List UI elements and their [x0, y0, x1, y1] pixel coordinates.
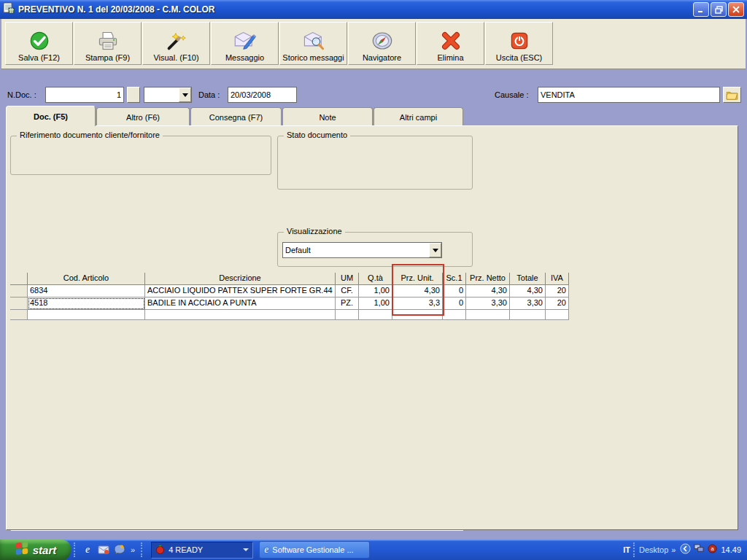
- network-tray-icon[interactable]: [694, 543, 705, 556]
- data-input[interactable]: [228, 87, 297, 103]
- quicklaunch-overflow-chevron[interactable]: »: [131, 545, 135, 554]
- empty-cell[interactable]: [336, 310, 359, 320]
- empty-cell[interactable]: [145, 310, 336, 320]
- storico-messaggi-button[interactable]: Storico messaggi: [279, 22, 347, 65]
- col-header[interactable]: IVA: [546, 273, 569, 285]
- taskbar: start e » 4 READY e Software Gestionale …: [0, 540, 747, 560]
- cell-sc1[interactable]: 0: [443, 298, 466, 310]
- chevron-down-icon[interactable]: [429, 243, 441, 257]
- software-gestionale-task-button[interactable]: e Software Gestionale ...: [259, 541, 370, 559]
- col-header[interactable]: Prz. Netto: [466, 273, 510, 285]
- col-header[interactable]: UM: [336, 273, 359, 285]
- tab-altri-campi[interactable]: Altri campi: [374, 107, 463, 126]
- chevron-down-icon[interactable]: [243, 548, 249, 551]
- stampa-button[interactable]: Stampa (F9): [74, 22, 142, 65]
- hide-tray-icons-button[interactable]: [680, 543, 691, 557]
- language-indicator[interactable]: IT: [623, 545, 630, 554]
- desktop-toolbar-label[interactable]: Desktop: [639, 545, 668, 554]
- cell-przonetto[interactable]: 3,30: [466, 298, 510, 310]
- cell-iva[interactable]: 20: [546, 298, 569, 310]
- taskbar-separator: [74, 542, 77, 557]
- messaggio-button[interactable]: Messaggio: [211, 22, 279, 65]
- taskbar-separator: [633, 542, 636, 557]
- app-icon: [3, 2, 15, 17]
- causale-label: Causale :: [495, 90, 528, 99]
- power-icon: [510, 28, 529, 53]
- restore-button[interactable]: [711, 2, 727, 17]
- desktop-overflow-chevron[interactable]: »: [671, 545, 676, 554]
- tab-doc[interactable]: Doc. (F5): [6, 106, 96, 126]
- cell-um[interactable]: PZ.: [336, 298, 359, 310]
- ready-app-taskbar-item[interactable]: 4 READY: [151, 542, 253, 559]
- desktop-screen: PREVENTIVO N. 1 del 20/03/2008 - C.M. CO…: [0, 0, 747, 560]
- empty-cell[interactable]: [443, 310, 466, 320]
- articles-table: Cod. Articolo Descrizione UM Q.tà Prz. U…: [10, 273, 569, 320]
- row-selector[interactable]: [10, 285, 28, 298]
- stato-group-title: Stato documento: [284, 131, 350, 139]
- folder-icon: [726, 90, 738, 100]
- empty-cell[interactable]: [28, 310, 145, 320]
- row-selector[interactable]: [10, 310, 28, 320]
- cell-qta[interactable]: 1,00: [359, 285, 392, 298]
- cell-totale[interactable]: 3,30: [510, 298, 546, 310]
- chevron-down-icon[interactable]: [179, 88, 191, 102]
- empty-cell[interactable]: [359, 310, 392, 320]
- cell-qta[interactable]: 1,00: [359, 298, 392, 310]
- ndoc-input[interactable]: [45, 87, 124, 103]
- clock[interactable]: 14.49: [721, 545, 741, 554]
- uscita-button[interactable]: Uscita (ESC): [485, 22, 553, 65]
- mail-quicklaunch-icon[interactable]: [97, 543, 110, 556]
- riferimento-group-title: Riferimento documento cliente/fornitore: [17, 131, 163, 139]
- save-check-icon: [29, 28, 50, 53]
- messenger-quicklaunch-icon[interactable]: [113, 543, 126, 556]
- ie-quicklaunch-icon[interactable]: e: [81, 543, 94, 556]
- cell-sc1[interactable]: 0: [443, 285, 466, 298]
- col-header[interactable]: Totale: [510, 273, 546, 285]
- cell-przonetto[interactable]: 4,30: [466, 285, 510, 298]
- magic-wand-icon: [166, 28, 187, 53]
- antivirus-tray-icon[interactable]: a: [708, 543, 717, 556]
- ndoc-label: N.Doc. :: [7, 90, 36, 99]
- taskbar-separator: [141, 542, 144, 557]
- main-toolbar: Salva (F12) Stampa (F9) Visual. (F10) Me…: [1, 19, 746, 69]
- visual-button[interactable]: Visual. (F10): [142, 22, 210, 65]
- visualizzazione-select[interactable]: Default: [282, 242, 442, 258]
- riferimento-group: Riferimento documento cliente/fornitore: [10, 136, 271, 175]
- cell-cod[interactable]: 6834: [28, 285, 145, 298]
- cell-um[interactable]: CF.: [336, 285, 359, 298]
- printer-icon: [97, 28, 119, 53]
- start-button[interactable]: start: [0, 540, 71, 560]
- stato-group: Stato documento: [277, 136, 473, 190]
- col-header[interactable]: Cod. Articolo: [28, 273, 145, 285]
- cell-iva[interactable]: 20: [546, 285, 569, 298]
- elimina-button[interactable]: Elimina: [417, 22, 484, 65]
- cell-descr[interactable]: ACCIAIO LIQUIDO PATTEX SUPER FORTE GR.44: [145, 285, 336, 298]
- row-selector[interactable]: [10, 298, 28, 310]
- ndoc-small-button[interactable]: [127, 87, 140, 103]
- salva-button[interactable]: Salva (F12): [5, 22, 73, 65]
- close-button[interactable]: [728, 2, 744, 17]
- cell-totale[interactable]: 4,30: [510, 285, 546, 298]
- navigatore-button[interactable]: Navigatore: [348, 22, 416, 65]
- causale-folder-button[interactable]: [723, 87, 741, 103]
- col-header[interactable]: Sc.1: [443, 273, 466, 285]
- windows-flag-icon: [15, 541, 29, 559]
- envelope-search-icon: [302, 28, 325, 53]
- minimize-button[interactable]: [693, 2, 709, 17]
- empty-cell[interactable]: [466, 310, 510, 320]
- tab-altro[interactable]: Altro (F6): [96, 107, 190, 126]
- col-header[interactable]: Descrizione: [145, 273, 336, 285]
- causale-input[interactable]: [538, 87, 720, 103]
- ndoc-type-select[interactable]: [144, 87, 192, 103]
- price-highlight-annotation: [392, 264, 444, 316]
- visualizzazione-group-title: Visualizzazione: [284, 227, 345, 236]
- cell-descr[interactable]: BADILE IN ACCIAIO A PUNTA: [145, 298, 336, 310]
- red-x-icon: [441, 28, 461, 53]
- empty-cell[interactable]: [510, 310, 546, 320]
- tab-consegna[interactable]: Consegna (F7): [190, 107, 282, 126]
- selector-header: [10, 273, 28, 285]
- tab-note[interactable]: Note: [282, 107, 373, 126]
- col-header[interactable]: Q.tà: [359, 273, 392, 285]
- cell-cod-selected[interactable]: 4518: [28, 298, 145, 310]
- empty-cell[interactable]: [546, 310, 569, 320]
